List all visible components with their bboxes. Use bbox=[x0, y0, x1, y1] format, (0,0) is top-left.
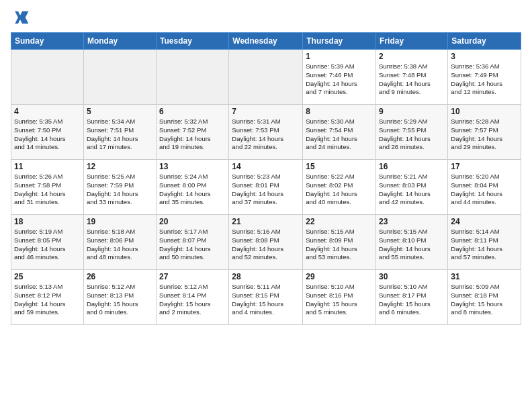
day-info: Sunrise: 5:12 AM Sunset: 8:14 PM Dayligh… bbox=[159, 283, 226, 317]
day-cell-2-2: 13Sunrise: 5:24 AM Sunset: 8:00 PM Dayli… bbox=[157, 160, 229, 215]
day-info: Sunrise: 5:10 AM Sunset: 8:17 PM Dayligh… bbox=[379, 283, 445, 317]
day-cell-3-1: 19Sunrise: 5:18 AM Sunset: 8:06 PM Dayli… bbox=[83, 215, 156, 270]
day-info: Sunrise: 5:36 AM Sunset: 7:49 PM Dayligh… bbox=[451, 62, 518, 97]
day-info: Sunrise: 5:15 AM Sunset: 8:10 PM Dayligh… bbox=[379, 228, 445, 262]
day-cell-0-2 bbox=[157, 50, 229, 105]
day-number: 22 bbox=[306, 217, 373, 226]
week-row-4: 25Sunrise: 5:13 AM Sunset: 8:12 PM Dayli… bbox=[11, 270, 521, 325]
logo bbox=[11, 8, 32, 27]
day-cell-2-5: 16Sunrise: 5:21 AM Sunset: 8:03 PM Dayli… bbox=[376, 160, 448, 215]
weekday-wednesday: Wednesday bbox=[229, 33, 303, 50]
day-info: Sunrise: 5:12 AM Sunset: 8:13 PM Dayligh… bbox=[87, 283, 153, 317]
day-cell-3-6: 24Sunrise: 5:14 AM Sunset: 8:11 PM Dayli… bbox=[448, 215, 521, 270]
weekday-monday: Monday bbox=[83, 33, 156, 50]
day-number: 1 bbox=[306, 52, 373, 61]
logo-icon bbox=[11, 8, 30, 27]
day-number: 31 bbox=[451, 272, 518, 281]
day-info: Sunrise: 5:39 AM Sunset: 7:46 PM Dayligh… bbox=[306, 62, 373, 97]
day-cell-4-6: 31Sunrise: 5:09 AM Sunset: 8:18 PM Dayli… bbox=[448, 270, 521, 325]
weekday-sunday: Sunday bbox=[11, 33, 84, 50]
day-cell-0-3 bbox=[229, 50, 303, 105]
day-number: 26 bbox=[87, 272, 153, 281]
day-info: Sunrise: 5:14 AM Sunset: 8:11 PM Dayligh… bbox=[451, 228, 518, 262]
page: SundayMondayTuesdayWednesdayThursdayFrid… bbox=[0, 0, 532, 411]
day-info: Sunrise: 5:23 AM Sunset: 8:01 PM Dayligh… bbox=[232, 173, 300, 207]
day-number: 13 bbox=[159, 162, 226, 171]
day-cell-1-0: 4Sunrise: 5:35 AM Sunset: 7:50 PM Daylig… bbox=[11, 105, 84, 160]
day-number: 15 bbox=[306, 162, 373, 171]
day-number: 5 bbox=[87, 107, 153, 116]
week-row-0: 1Sunrise: 5:39 AM Sunset: 7:46 PM Daylig… bbox=[11, 50, 521, 105]
day-cell-3-5: 23Sunrise: 5:15 AM Sunset: 8:10 PM Dayli… bbox=[376, 215, 448, 270]
day-info: Sunrise: 5:26 AM Sunset: 7:58 PM Dayligh… bbox=[14, 173, 81, 207]
day-cell-2-0: 11Sunrise: 5:26 AM Sunset: 7:58 PM Dayli… bbox=[11, 160, 84, 215]
day-cell-2-4: 15Sunrise: 5:22 AM Sunset: 8:02 PM Dayli… bbox=[303, 160, 376, 215]
day-cell-3-4: 22Sunrise: 5:15 AM Sunset: 8:09 PM Dayli… bbox=[303, 215, 376, 270]
day-number: 9 bbox=[379, 107, 445, 116]
week-row-2: 11Sunrise: 5:26 AM Sunset: 7:58 PM Dayli… bbox=[11, 160, 521, 215]
day-number: 7 bbox=[232, 107, 300, 116]
day-number: 28 bbox=[232, 272, 300, 281]
weekday-friday: Friday bbox=[376, 33, 448, 50]
day-info: Sunrise: 5:38 AM Sunset: 7:48 PM Dayligh… bbox=[379, 62, 445, 97]
day-cell-4-5: 30Sunrise: 5:10 AM Sunset: 8:17 PM Dayli… bbox=[376, 270, 448, 325]
day-number: 29 bbox=[306, 272, 373, 281]
day-info: Sunrise: 5:11 AM Sunset: 8:15 PM Dayligh… bbox=[232, 283, 300, 317]
day-info: Sunrise: 5:25 AM Sunset: 7:59 PM Dayligh… bbox=[87, 173, 153, 207]
day-info: Sunrise: 5:30 AM Sunset: 7:54 PM Dayligh… bbox=[306, 118, 373, 152]
day-cell-4-2: 27Sunrise: 5:12 AM Sunset: 8:14 PM Dayli… bbox=[157, 270, 229, 325]
weekday-thursday: Thursday bbox=[303, 33, 376, 50]
day-number: 16 bbox=[379, 162, 445, 171]
day-cell-1-2: 6Sunrise: 5:32 AM Sunset: 7:52 PM Daylig… bbox=[157, 105, 229, 160]
day-cell-1-4: 8Sunrise: 5:30 AM Sunset: 7:54 PM Daylig… bbox=[303, 105, 376, 160]
calendar: SundayMondayTuesdayWednesdayThursdayFrid… bbox=[11, 32, 521, 325]
day-number: 12 bbox=[87, 162, 153, 171]
day-cell-4-0: 25Sunrise: 5:13 AM Sunset: 8:12 PM Dayli… bbox=[11, 270, 84, 325]
day-info: Sunrise: 5:34 AM Sunset: 7:51 PM Dayligh… bbox=[87, 118, 153, 152]
day-number: 10 bbox=[451, 107, 518, 116]
day-number: 21 bbox=[232, 217, 300, 226]
day-number: 4 bbox=[14, 107, 81, 116]
day-info: Sunrise: 5:17 AM Sunset: 8:07 PM Dayligh… bbox=[159, 228, 226, 262]
day-number: 11 bbox=[14, 162, 81, 171]
day-number: 27 bbox=[159, 272, 226, 281]
weekday-saturday: Saturday bbox=[448, 33, 521, 50]
day-cell-1-3: 7Sunrise: 5:31 AM Sunset: 7:53 PM Daylig… bbox=[229, 105, 303, 160]
day-cell-4-1: 26Sunrise: 5:12 AM Sunset: 8:13 PM Dayli… bbox=[83, 270, 156, 325]
day-number: 14 bbox=[232, 162, 300, 171]
day-info: Sunrise: 5:09 AM Sunset: 8:18 PM Dayligh… bbox=[451, 283, 518, 317]
weekday-tuesday: Tuesday bbox=[157, 33, 229, 50]
day-info: Sunrise: 5:21 AM Sunset: 8:03 PM Dayligh… bbox=[379, 173, 445, 207]
day-number: 20 bbox=[159, 217, 226, 226]
day-info: Sunrise: 5:29 AM Sunset: 7:55 PM Dayligh… bbox=[379, 118, 445, 152]
day-number: 3 bbox=[451, 52, 518, 61]
week-row-1: 4Sunrise: 5:35 AM Sunset: 7:50 PM Daylig… bbox=[11, 105, 521, 160]
day-number: 2 bbox=[379, 52, 445, 61]
day-number: 17 bbox=[451, 162, 518, 171]
week-row-3: 18Sunrise: 5:19 AM Sunset: 8:05 PM Dayli… bbox=[11, 215, 521, 270]
day-info: Sunrise: 5:32 AM Sunset: 7:52 PM Dayligh… bbox=[159, 118, 226, 152]
day-cell-4-3: 28Sunrise: 5:11 AM Sunset: 8:15 PM Dayli… bbox=[229, 270, 303, 325]
day-info: Sunrise: 5:35 AM Sunset: 7:50 PM Dayligh… bbox=[14, 118, 81, 152]
day-cell-1-5: 9Sunrise: 5:29 AM Sunset: 7:55 PM Daylig… bbox=[376, 105, 448, 160]
calendar-body: 1Sunrise: 5:39 AM Sunset: 7:46 PM Daylig… bbox=[11, 50, 521, 325]
day-cell-1-6: 10Sunrise: 5:28 AM Sunset: 7:57 PM Dayli… bbox=[448, 105, 521, 160]
day-info: Sunrise: 5:15 AM Sunset: 8:09 PM Dayligh… bbox=[306, 228, 373, 262]
day-number: 18 bbox=[14, 217, 81, 226]
day-info: Sunrise: 5:28 AM Sunset: 7:57 PM Dayligh… bbox=[451, 118, 518, 152]
day-cell-0-5: 2Sunrise: 5:38 AM Sunset: 7:48 PM Daylig… bbox=[376, 50, 448, 105]
day-info: Sunrise: 5:31 AM Sunset: 7:53 PM Dayligh… bbox=[232, 118, 300, 152]
day-cell-0-6: 3Sunrise: 5:36 AM Sunset: 7:49 PM Daylig… bbox=[448, 50, 521, 105]
day-cell-3-2: 20Sunrise: 5:17 AM Sunset: 8:07 PM Dayli… bbox=[157, 215, 229, 270]
day-cell-2-1: 12Sunrise: 5:25 AM Sunset: 7:59 PM Dayli… bbox=[83, 160, 156, 215]
day-number: 23 bbox=[379, 217, 445, 226]
day-number: 25 bbox=[14, 272, 81, 281]
day-cell-3-0: 18Sunrise: 5:19 AM Sunset: 8:05 PM Dayli… bbox=[11, 215, 84, 270]
weekday-header: SundayMondayTuesdayWednesdayThursdayFrid… bbox=[11, 33, 521, 50]
day-info: Sunrise: 5:10 AM Sunset: 8:16 PM Dayligh… bbox=[306, 283, 373, 317]
day-number: 8 bbox=[306, 107, 373, 116]
day-cell-0-0 bbox=[11, 50, 84, 105]
day-info: Sunrise: 5:13 AM Sunset: 8:12 PM Dayligh… bbox=[14, 283, 81, 317]
day-info: Sunrise: 5:16 AM Sunset: 8:08 PM Dayligh… bbox=[232, 228, 300, 262]
day-number: 19 bbox=[87, 217, 153, 226]
